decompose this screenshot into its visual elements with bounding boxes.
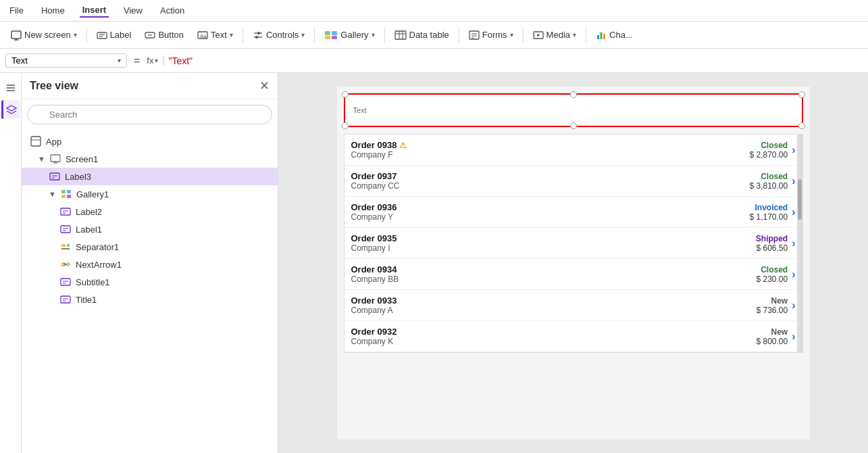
order-num-0937: Order 0937 — [351, 171, 730, 181]
forms-button[interactable]: Forms ▾ — [463, 27, 519, 43]
order-chevron-0936[interactable]: › — [792, 206, 795, 218]
order-chevron-0935[interactable]: › — [792, 237, 795, 249]
controls-button[interactable]: Controls ▾ — [247, 27, 310, 43]
order-status-0932: New — [734, 327, 788, 337]
order-company-0937: Company CC — [351, 181, 730, 191]
controls-icon — [253, 30, 263, 41]
gallery-button[interactable]: Gallery ▾ — [319, 27, 380, 43]
svg-rect-50 — [61, 226, 70, 233]
new-screen-button[interactable]: New screen ▾ — [5, 27, 82, 43]
new-screen-icon — [11, 30, 22, 41]
order-num-0936: Order 0936 — [351, 202, 730, 212]
tree-item-separator1[interactable]: Separator1 — [22, 238, 278, 256]
menu-insert[interactable]: Insert — [80, 3, 109, 18]
divider-6 — [523, 27, 524, 43]
scroll-thumb[interactable] — [798, 179, 802, 220]
order-num-0932: Order 0932 — [351, 327, 730, 337]
order-status-0935: Shipped — [734, 234, 788, 243]
handle-bl — [342, 122, 349, 129]
hamburger-menu-icon[interactable] — [1, 78, 20, 97]
order-chevron-0932[interactable]: › — [792, 331, 795, 343]
media-icon — [533, 30, 544, 41]
separator1-label: Separator1 — [76, 242, 119, 252]
handle-tr — [798, 91, 805, 98]
order-amount-0932: $ 800.00 — [734, 337, 788, 346]
order-row[interactable]: Order 0934 Company BB Closed $ 230.00 › — [344, 259, 802, 290]
tree-search-input[interactable] — [27, 105, 272, 124]
menu-home[interactable]: Home — [39, 4, 68, 17]
media-button[interactable]: Media ▾ — [528, 27, 582, 43]
order-chevron-0934[interactable]: › — [792, 268, 795, 281]
selected-text-label[interactable]: Text — [344, 93, 803, 127]
separator1-icon — [59, 241, 72, 253]
fx-chevron: ▾ — [155, 57, 158, 64]
app-icon — [30, 135, 42, 147]
text-chevron: ▾ — [230, 31, 233, 39]
tree-item-screen1[interactable]: ▼ Screen1 — [22, 150, 278, 168]
data-table-button[interactable]: Data table — [389, 27, 455, 43]
tree-close-button[interactable]: ✕ — [259, 78, 270, 93]
app-label: App — [46, 137, 61, 147]
tree-item-app[interactable]: App — [22, 133, 278, 150]
order-company-0933: Company A — [351, 306, 730, 315]
order-row[interactable]: Order 0936 Company Y Invoiced $ 1,170.00… — [344, 197, 802, 228]
warning-icon-0938: ⚠ — [399, 141, 407, 150]
menu-view[interactable]: View — [121, 4, 145, 17]
tree-item-gallery1[interactable]: ▼ Gallery1 — [22, 185, 278, 203]
sidebar-icon-panel — [0, 73, 22, 453]
layers-icon[interactable] — [1, 100, 20, 119]
text-toolbar-button[interactable]: Aa Text ▾ — [192, 27, 238, 43]
tree-search-wrap: 🔍 — [27, 105, 272, 124]
svg-rect-40 — [50, 173, 59, 180]
tree-item-title1[interactable]: Title1 — [22, 291, 278, 308]
svg-rect-58 — [61, 279, 70, 285]
svg-rect-18 — [395, 31, 406, 39]
order-amount-0938: $ 2,870.00 — [734, 150, 788, 160]
order-right-0936: Invoiced $ 1,170.00 — [734, 203, 788, 222]
order-row[interactable]: Order 0933 Company A New $ 736.00 › — [344, 290, 802, 321]
tree-item-label1[interactable]: Label1 — [22, 220, 278, 238]
tree-item-nextarrow1[interactable]: NextArrow1 — [22, 256, 278, 273]
charts-button[interactable]: Cha... — [590, 27, 638, 43]
button-button[interactable]: Button — [139, 27, 189, 43]
label-button[interactable]: Label — [91, 27, 137, 43]
new-screen-chevron: ▾ — [74, 31, 77, 39]
label2-icon — [59, 206, 72, 218]
tree-item-subtitle1[interactable]: Subtitle1 — [22, 273, 278, 291]
menu-file[interactable]: File — [7, 4, 26, 17]
gallery1-icon — [60, 188, 72, 200]
order-row[interactable]: Order 0932 Company K New $ 800.00 › — [344, 321, 802, 352]
order-info-0937: Order 0937 Company CC — [351, 171, 730, 191]
svg-rect-30 — [603, 34, 605, 39]
order-chevron-0937[interactable]: › — [792, 175, 795, 187]
menu-action[interactable]: Action — [157, 4, 187, 17]
order-chevron-0933[interactable]: › — [792, 300, 795, 312]
svg-rect-3 — [97, 32, 107, 39]
nextarrow1-icon — [59, 258, 72, 270]
label1-icon — [59, 223, 72, 235]
gallery-icon — [324, 30, 338, 41]
tree-item-label3[interactable]: Label3 — [22, 168, 278, 185]
svg-marker-34 — [7, 105, 16, 111]
divider-5 — [459, 27, 459, 43]
screen-icon — [49, 153, 61, 165]
order-row[interactable]: Order 0935 Company I Shipped $ 606.50 › — [344, 228, 802, 259]
label2-label: Label2 — [76, 207, 102, 217]
formula-fx-button[interactable]: fx ▾ — [147, 55, 164, 66]
label3-label: Label3 — [65, 172, 91, 182]
formula-selector[interactable]: Text ▾ — [5, 53, 127, 68]
order-chevron-0938[interactable]: › — [792, 144, 795, 156]
gallery-chevron: ▾ — [372, 31, 375, 39]
formula-value[interactable]: "Text" — [168, 55, 863, 66]
label3-icon — [49, 170, 61, 183]
order-right-0935: Shipped $ 606.50 — [734, 234, 788, 253]
order-company-0934: Company BB — [351, 275, 730, 284]
label1-label: Label1 — [76, 224, 102, 235]
scrollbar[interactable] — [797, 135, 802, 352]
divider-3 — [314, 27, 315, 43]
tree-item-label2[interactable]: Label2 — [22, 203, 278, 220]
text-icon: Aa — [197, 30, 208, 41]
order-info-0935: Order 0935 Company I — [351, 233, 730, 253]
order-row[interactable]: Order 0938 ⚠ Company F Closed $ 2,870.00… — [344, 135, 802, 166]
order-row[interactable]: Order 0937 Company CC Closed $ 3,810.00 … — [344, 166, 802, 197]
